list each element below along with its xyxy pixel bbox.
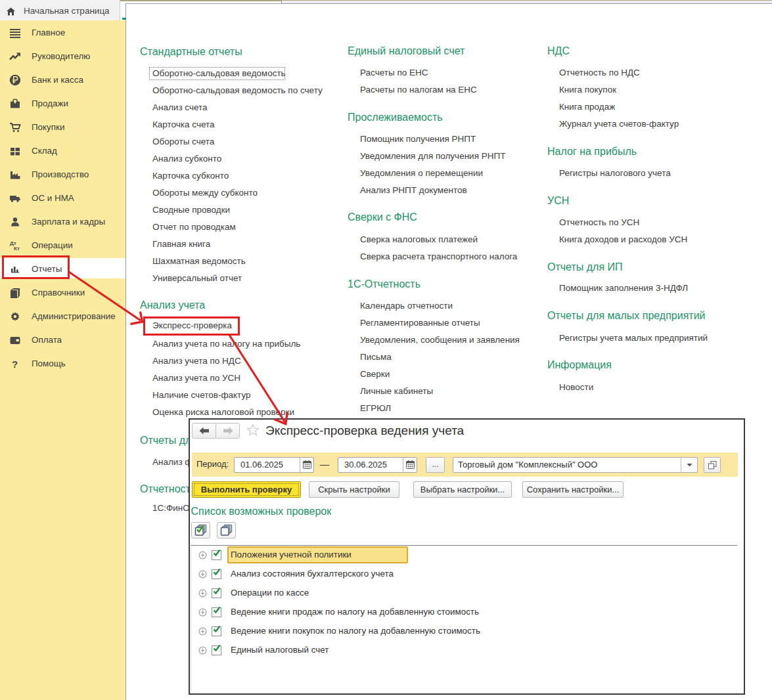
- svg-text:Кт: Кт: [14, 246, 20, 252]
- svg-text:?: ?: [12, 359, 18, 370]
